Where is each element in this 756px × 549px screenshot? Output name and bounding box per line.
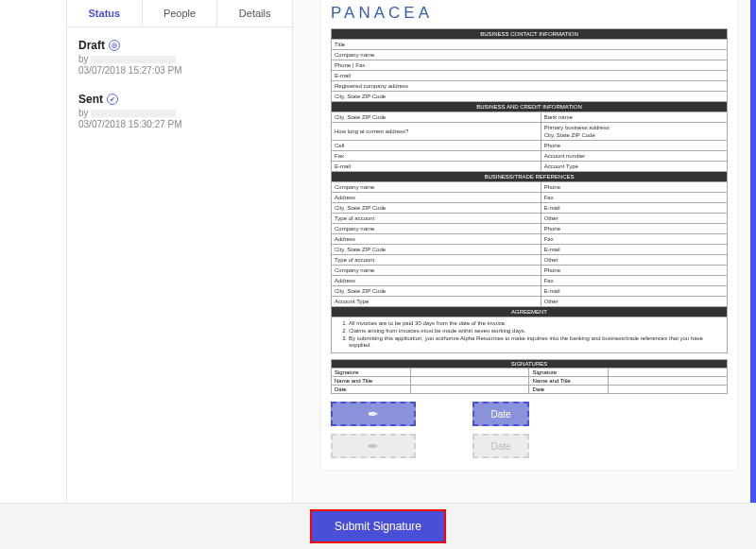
- field-label: Account Type: [332, 297, 541, 307]
- field-label: Name and Title: [332, 377, 411, 386]
- section-header: BUSINESS CONTACT INFORMATION: [332, 29, 728, 40]
- field-label: Primary business address City, State ZIP…: [541, 123, 727, 141]
- submit-signature-button[interactable]: Submit Signature: [310, 509, 446, 543]
- field-label: Date: [332, 386, 411, 394]
- field-label: City, State ZIP Code: [332, 245, 541, 255]
- field-label: Registered company address: [332, 81, 728, 92]
- field-label: Bank name: [541, 112, 727, 123]
- field-label: Company name: [332, 266, 541, 276]
- field-label: E-mail: [541, 203, 727, 214]
- signatures-table: SIGNATURES SignatureSignature Name and T…: [331, 359, 728, 394]
- section-header: BUSINESS/TRADE REFERENCES: [332, 172, 728, 182]
- scrollbar-indicator[interactable]: [750, 0, 756, 503]
- history-time: 03/07/2018 15:30:27 PM: [78, 119, 281, 129]
- field-label: Company name: [332, 224, 541, 234]
- target-icon: ◎: [109, 40, 120, 51]
- signature-field-secondary: ✒: [331, 434, 416, 458]
- agreement-text: All invoices are to be paid 30 days from…: [331, 317, 728, 353]
- field-label: Address: [332, 276, 541, 286]
- field-label: Title: [332, 40, 728, 50]
- field-label: E-mail: [332, 162, 541, 172]
- date-field-secondary: Date: [472, 434, 529, 458]
- tab-people[interactable]: People: [143, 0, 218, 26]
- footer-bar: Submit Signature: [0, 503, 756, 549]
- field-label: Company name: [332, 182, 541, 193]
- brand-title: PANACEA: [331, 4, 728, 23]
- field-label: Date: [529, 386, 609, 394]
- history-title: Draft: [78, 39, 105, 52]
- history-title: Sent: [78, 93, 103, 106]
- field-label: Type of account: [332, 214, 541, 224]
- field-label: Signature: [529, 369, 609, 377]
- section-header: BUSINESS AND CREDIT INFORMATION: [332, 102, 728, 112]
- field-label: Fax: [541, 276, 727, 286]
- field-label: Cell: [332, 141, 541, 151]
- tabs: Status People Details: [67, 0, 292, 27]
- field-label: E-mail: [541, 245, 727, 255]
- field-label: Fax: [541, 193, 727, 203]
- section-header: AGREEMENT: [332, 307, 728, 317]
- field-label: Fax: [332, 151, 541, 162]
- tab-details[interactable]: Details: [217, 0, 292, 26]
- field-label: City, State ZIP Code: [332, 286, 541, 297]
- field-label: Signature: [332, 369, 411, 377]
- field-label: Phone | Fax: [332, 60, 728, 71]
- tab-status[interactable]: Status: [67, 0, 143, 26]
- field-label: E-mail: [332, 71, 728, 81]
- sidebar: Status People Details Draft ◎ by 03/07/2…: [66, 0, 293, 503]
- signature-field-primary[interactable]: ✒: [331, 402, 416, 426]
- pen-icon: ✒: [368, 406, 379, 421]
- field-label: City, State ZIP Code: [332, 92, 728, 102]
- pen-icon: ✒: [368, 438, 379, 454]
- date-field-primary[interactable]: Date: [472, 402, 529, 426]
- field-label: Other: [541, 214, 727, 224]
- contact-table: BUSINESS CONTACT INFORMATION Title Compa…: [331, 28, 728, 317]
- history-time: 03/07/2018 15:27:03 PM: [78, 65, 281, 76]
- field-label: Type of account: [332, 255, 541, 266]
- document-page: PANACEA BUSINESS CONTACT INFORMATION Tit…: [321, 0, 737, 470]
- field-label: Name and Title: [529, 377, 609, 386]
- agreement-item: Claims arising from invoices must be mad…: [349, 328, 723, 335]
- field-label: Company name: [332, 50, 728, 60]
- send-icon: ➹: [107, 94, 118, 105]
- field-label: Other: [541, 297, 727, 307]
- field-label: E-mail: [541, 286, 727, 297]
- field-label: Address: [332, 193, 541, 203]
- field-label: Account number: [541, 151, 727, 162]
- field-label: Phone: [541, 141, 727, 151]
- document-area: PANACEA BUSINESS CONTACT INFORMATION Tit…: [293, 0, 756, 503]
- history-item: Draft ◎ by 03/07/2018 15:27:03 PM: [78, 39, 281, 76]
- field-label: Other: [541, 255, 727, 266]
- field-label: City, State ZIP Code: [332, 112, 541, 123]
- field-label: Phone: [541, 224, 727, 234]
- section-header: SIGNATURES: [332, 360, 728, 369]
- history-by: by: [78, 54, 281, 64]
- field-label: How long at current address?: [332, 123, 541, 141]
- history-panel: Draft ◎ by 03/07/2018 15:27:03 PM Sent ➹…: [67, 27, 292, 158]
- field-label: Phone: [541, 266, 727, 276]
- field-label: Address: [332, 234, 541, 245]
- field-label: Account Type: [541, 162, 727, 172]
- history-by: by: [78, 108, 281, 118]
- agreement-item: By submitting this application, you auth…: [349, 335, 723, 351]
- field-label: Phone: [541, 182, 727, 193]
- field-label: City, State ZIP Code: [332, 203, 541, 214]
- field-label: Fax: [541, 234, 727, 245]
- agreement-item: All invoices are to be paid 30 days from…: [349, 320, 723, 328]
- history-item: Sent ➹ by 03/07/2018 15:30:27 PM: [78, 93, 281, 129]
